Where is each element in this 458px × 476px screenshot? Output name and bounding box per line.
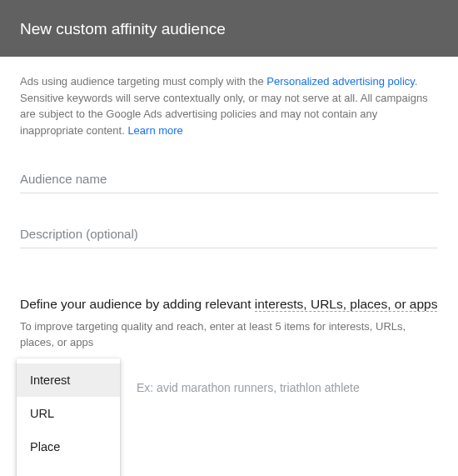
description-input[interactable] <box>20 222 438 248</box>
section-subtitle: To improve targeting quality and reach, … <box>20 318 438 351</box>
policy-link[interactable]: Personalized advertising policy <box>266 75 415 88</box>
dropdown-item-interest[interactable]: Interest <box>17 363 120 397</box>
dialog-header: New custom affinity audience <box>0 0 458 57</box>
audience-name-input[interactable] <box>20 167 438 193</box>
items-input[interactable] <box>137 376 438 399</box>
dropdown-item-app[interactable]: App <box>17 463 120 476</box>
description-field <box>20 222 438 248</box>
disclaimer-text: Ads using audience targeting must comply… <box>20 75 266 88</box>
type-dropdown[interactable]: Interest URL Place App <box>17 358 120 476</box>
learn-more-link[interactable]: Learn more <box>127 124 182 137</box>
section-title: Define your audience by adding relevant … <box>20 295 438 313</box>
audience-name-field <box>20 167 438 193</box>
dialog-title: New custom affinity audience <box>20 20 226 38</box>
dropdown-item-url[interactable]: URL <box>17 397 120 430</box>
policy-disclaimer: Ads using audience targeting must comply… <box>20 73 438 138</box>
dropdown-item-place[interactable]: Place <box>17 430 120 463</box>
dialog-content: Ads using audience targeting must comply… <box>0 57 458 399</box>
dotted-hint[interactable]: interests, URLs, places, or apps <box>255 297 438 312</box>
